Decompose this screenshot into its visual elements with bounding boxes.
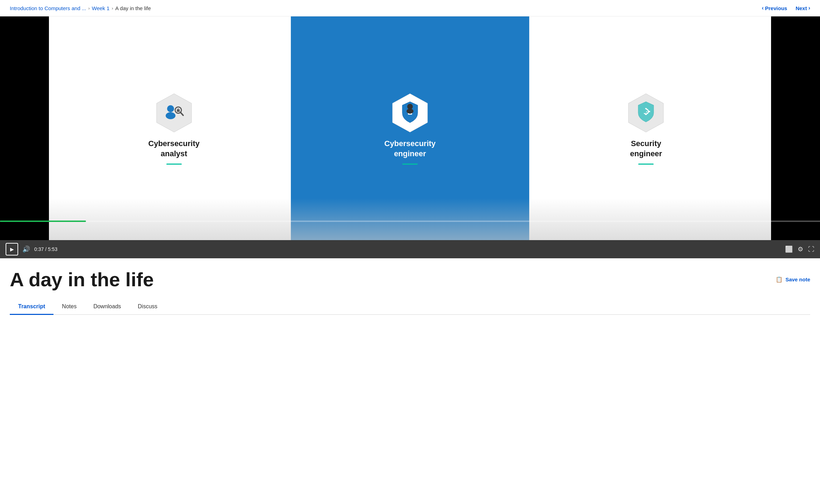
save-note-button[interactable]: 📋 Save note <box>776 276 810 283</box>
security-icon <box>625 92 667 134</box>
tab-transcript[interactable]: Transcript <box>10 299 53 315</box>
video-area[interactable]: Cybersecurityanalyst <box>0 16 820 240</box>
breadcrumb-course-link[interactable]: Introduction to Computers and ... <box>10 5 86 11</box>
fullscreen-icon[interactable]: ⛶ <box>808 246 814 253</box>
svg-point-19 <box>640 108 647 113</box>
career-card-analyst: Cybersecurityanalyst <box>75 92 273 165</box>
next-arrow-icon: › <box>808 5 810 11</box>
next-label: Next <box>796 5 807 11</box>
previous-arrow-icon: ‹ <box>762 5 763 11</box>
slide-center: Cybersecurityanalyst <box>49 16 771 240</box>
page-content: A day in the life 📋 Save note Transcript… <box>0 258 820 315</box>
engineer-underline <box>402 164 418 165</box>
security-underline <box>638 164 654 165</box>
tabs-container: Transcript Notes Downloads Discuss <box>10 299 810 315</box>
svg-point-1 <box>167 105 174 112</box>
page-title: A day in the life <box>10 268 154 291</box>
settings-icon[interactable]: ⚙ <box>798 245 803 253</box>
tab-downloads[interactable]: Downloads <box>85 299 129 315</box>
save-note-label: Save note <box>785 276 810 282</box>
current-time: 0:37 <box>34 246 44 252</box>
video-right-black <box>771 16 820 240</box>
tab-downloads-label: Downloads <box>93 303 121 309</box>
breadcrumb-nav: ‹ Previous Next › <box>762 5 810 11</box>
engineer-title: Cybersecurityengineer <box>384 139 436 159</box>
svg-point-10 <box>407 109 413 114</box>
tab-discuss[interactable]: Discuss <box>129 299 166 315</box>
total-time: 5:53 <box>48 246 57 252</box>
video-controls-bar: ▶ 🔊 0:37 / 5:53 ⬜ ⚙ ⛶ <box>0 240 820 258</box>
breadcrumb-sep-1: › <box>88 6 89 11</box>
tab-notes[interactable]: Notes <box>53 299 85 315</box>
analyst-icon <box>153 92 195 134</box>
svg-marker-0 <box>157 94 192 132</box>
next-button[interactable]: Next › <box>796 5 810 11</box>
play-pause-button[interactable]: ▶ <box>6 243 18 255</box>
previous-button[interactable]: ‹ Previous <box>762 5 787 11</box>
tab-notes-label: Notes <box>62 303 77 309</box>
svg-rect-15 <box>645 114 647 115</box>
engineer-icon <box>389 92 431 134</box>
tab-transcript-label: Transcript <box>18 303 45 309</box>
security-title: Securityengineer <box>630 139 662 159</box>
tab-discuss-label: Discuss <box>138 303 157 309</box>
time-display: 0:37 / 5:53 <box>34 246 57 252</box>
analyst-title: Cybersecurityanalyst <box>148 139 200 159</box>
page-title-row: A day in the life 📋 Save note <box>10 268 810 291</box>
breadcrumb-week-link[interactable]: Week 1 <box>92 5 110 11</box>
volume-icon[interactable]: 🔊 <box>22 245 30 253</box>
video-progress-bar[interactable] <box>0 221 820 222</box>
captions-icon[interactable]: ⬜ <box>785 245 793 253</box>
analyst-underline <box>166 164 182 165</box>
career-card-engineer: Cybersecurityengineer <box>311 92 509 165</box>
svg-rect-5 <box>177 110 180 112</box>
video-left-black <box>0 16 49 240</box>
video-progress-fill <box>0 221 86 222</box>
controls-right: ⬜ ⚙ ⛶ <box>785 245 814 253</box>
note-icon: 📋 <box>776 276 783 283</box>
career-card-security: Securityengineer <box>547 92 745 165</box>
breadcrumb-current-page: A day in the life <box>115 5 151 11</box>
video-player: Cybersecurityanalyst <box>0 16 820 258</box>
breadcrumb-bar: Introduction to Computers and ... › Week… <box>0 0 820 16</box>
time-separator: / <box>45 246 48 252</box>
breadcrumb-left: Introduction to Computers and ... › Week… <box>10 5 151 11</box>
svg-point-2 <box>166 112 175 119</box>
slide-inner: Cybersecurityanalyst <box>0 16 820 240</box>
svg-rect-17 <box>649 111 650 112</box>
previous-label: Previous <box>765 5 787 11</box>
svg-point-18 <box>641 103 646 108</box>
breadcrumb-sep-2: › <box>112 6 113 11</box>
svg-point-9 <box>407 104 413 109</box>
play-icon: ▶ <box>10 246 14 252</box>
controls-left: ▶ 🔊 0:37 / 5:53 <box>6 243 57 255</box>
